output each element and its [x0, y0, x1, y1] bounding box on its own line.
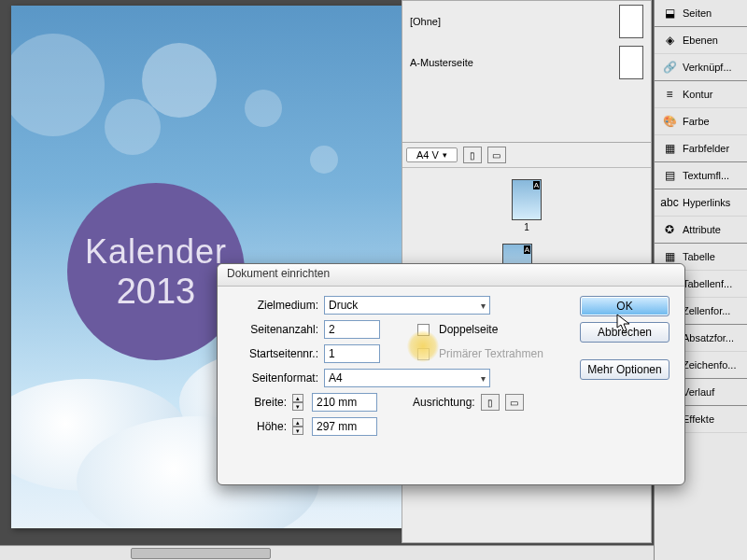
panel-label: Verknüpf...: [683, 62, 732, 73]
panel-label: Textumfl...: [683, 170, 729, 181]
spin-up-icon[interactable]: ▴: [292, 418, 303, 427]
doppelseite-label: Doppelseite: [439, 323, 498, 336]
panel-label: Seiten: [683, 7, 712, 19]
orient-landscape-button[interactable]: ▭: [505, 394, 524, 411]
horizontal-scrollbar[interactable]: [0, 545, 654, 560]
page-thumb-1[interactable]: 1: [402, 179, 651, 232]
master-thumb: [619, 46, 643, 79]
panel-hyperlinks[interactable]: abcHyperlinks: [655, 189, 747, 217]
hoehe-label: Höhe:: [231, 420, 287, 433]
orientation-landscape-icon[interactable]: ▭: [487, 147, 506, 163]
panel-label: Effekte: [683, 413, 714, 425]
panel-verknpf[interactable]: 🔗Verknüpf...: [655, 54, 747, 81]
spin-up-icon[interactable]: ▴: [292, 394, 303, 402]
panel-farbfelder[interactable]: ▦Farbfelder: [655, 135, 747, 162]
dialog-title: Dokument einrichten: [218, 264, 684, 287]
cancel-button[interactable]: Abbrechen: [580, 322, 669, 343]
panel-attribute[interactable]: ✪Attribute: [655, 217, 747, 244]
bokeh-circle: [245, 90, 282, 127]
panel-label: Tabellenf...: [683, 278, 732, 289]
seitenanzahl-label: Seitenanzahl:: [231, 323, 318, 336]
startseitennr-input[interactable]: [324, 344, 380, 363]
panel-icon: ◈: [662, 33, 677, 48]
startseitennr-label: Startseitennr.:: [231, 347, 318, 360]
panel-label: Zeichenfo...: [683, 359, 736, 371]
panel-farbe[interactable]: 🎨Farbe: [655, 108, 747, 135]
panel-label: Farbfelder: [683, 143, 729, 154]
orientation-portrait-icon[interactable]: ▯: [463, 147, 482, 163]
scrollbar-thumb[interactable]: [131, 548, 271, 559]
panel-icon: 🔗: [662, 60, 677, 75]
zielmedium-label: Zielmedium:: [231, 299, 318, 312]
panel-label: Verlauf: [683, 386, 714, 398]
master-pages-panel[interactable]: [Ohne] A-Musterseite: [402, 0, 652, 149]
panel-label: Absatzfor...: [683, 332, 734, 343]
panel-icon: ✪: [662, 222, 677, 237]
panel-ebenen[interactable]: ◈Ebenen: [655, 27, 747, 54]
panel-label: Ebenen: [683, 35, 718, 46]
page-size-value: A4 V: [416, 149, 439, 161]
breite-label: Breite:: [231, 396, 287, 409]
spin-down-icon[interactable]: ▾: [292, 402, 303, 411]
hoehe-input[interactable]: [312, 417, 377, 436]
master-thumb: [619, 5, 643, 38]
panel-label: Hyperlinks: [683, 197, 730, 208]
master-none-row[interactable]: [Ohne]: [402, 1, 651, 42]
bokeh-circle: [142, 43, 217, 118]
doppelseite-checkbox[interactable]: [417, 324, 430, 336]
document-setup-dialog: Dokument einrichten Zielmedium: Druck Se…: [217, 263, 685, 485]
bokeh-circle: [11, 34, 105, 136]
page-size-dropdown[interactable]: A4 V▾: [406, 147, 458, 162]
master-a-row[interactable]: A-Musterseite: [402, 42, 651, 83]
panel-label: Farbe: [683, 116, 710, 127]
panel-icon: ▦: [662, 141, 677, 156]
panel-seiten[interactable]: ⬓Seiten: [655, 0, 747, 27]
ok-button[interactable]: OK: [580, 296, 669, 316]
primaer-checkbox: [417, 348, 430, 360]
bokeh-circle: [105, 99, 161, 155]
panel-icon: ⬓: [662, 6, 677, 21]
orient-portrait-button[interactable]: ▯: [481, 394, 500, 411]
panel-label: Tabelle: [683, 251, 715, 262]
panel-label: Attribute: [683, 224, 721, 235]
panel-icon: ▦: [662, 249, 677, 264]
master-none-label: [Ohne]: [410, 16, 441, 27]
panel-label: Kontur: [683, 89, 712, 100]
panel-kontur[interactable]: ≡Kontur: [655, 81, 747, 108]
seitenformat-select[interactable]: A4: [324, 369, 490, 387]
page-number-label: 1: [402, 222, 651, 232]
cover-title-line2: 2013: [117, 272, 196, 312]
more-options-button[interactable]: Mehr Optionen: [580, 359, 669, 380]
panel-icon: ▤: [662, 168, 677, 183]
cover-title-line1: Kalender: [85, 232, 227, 272]
bokeh-circle: [310, 146, 338, 174]
ausrichtung-label: Ausrichtung:: [413, 396, 475, 409]
primaer-label: Primärer Textrahmen: [439, 347, 543, 360]
panel-icon: 🎨: [662, 114, 677, 129]
master-a-label: A-Musterseite: [410, 57, 473, 68]
zielmedium-select[interactable]: Druck: [324, 296, 490, 315]
spin-down-icon[interactable]: ▾: [292, 427, 303, 435]
seitenanzahl-input[interactable]: [324, 320, 380, 339]
panel-label: Zellenfor...: [683, 305, 730, 316]
panel-icon: ≡: [662, 87, 677, 102]
seitenformat-label: Seitenformat:: [231, 371, 318, 385]
breite-input[interactable]: [312, 393, 377, 412]
panel-icon: abc: [662, 195, 677, 210]
panel-textumfl[interactable]: ▤Textumfl...: [655, 162, 747, 189]
